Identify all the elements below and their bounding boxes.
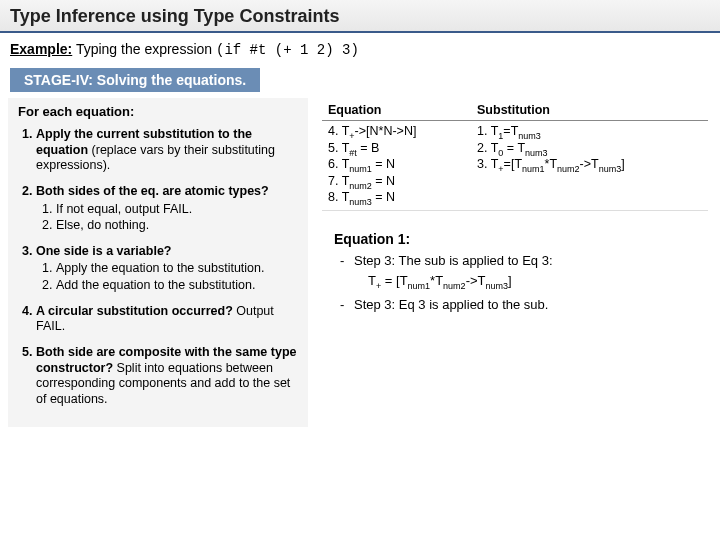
eq-line: -Step 3: The sub is applied to Eq 3:: [340, 253, 708, 270]
step-2: Both sides of the eq. are atomic types? …: [36, 184, 298, 234]
th-equation: Equation: [322, 100, 471, 121]
equation-block: -Step 3: The sub is applied to Eq 3: T+ …: [322, 253, 708, 314]
equation-block-title: Equation 1:: [334, 231, 708, 247]
th-substitution: Substitution: [471, 100, 708, 121]
table-row: 4. T+->[N*N->N] 5. T#t = B 6. Tnum1 = N …: [322, 121, 708, 211]
eq-cell: 7. Tnum2 = N: [328, 174, 465, 191]
sub-cell: 2. T0 = Tnum3: [477, 141, 702, 158]
step-2a: If not equal, output FAIL.: [56, 202, 298, 218]
step-2b: Else, do nothing.: [56, 218, 298, 234]
sub-cell: 1. T1=Tnum3: [477, 124, 702, 141]
step-5: Both side are composite with the same ty…: [36, 345, 298, 408]
page-title: Type Inference using Type Constraints: [10, 6, 710, 27]
right-panel: Equation Substitution 4. T+->[N*N->N] 5.…: [318, 98, 712, 427]
example-row: Example: Typing the expression (if #t (+…: [0, 33, 720, 64]
example-label: Example:: [10, 41, 72, 57]
eq-sub-table: Equation Substitution 4. T+->[N*N->N] 5.…: [322, 100, 708, 211]
example-code: (if #t (+ 1 2) 3): [216, 42, 359, 58]
eq-cell: 6. Tnum1 = N: [328, 157, 465, 174]
eq-expr: T+ = [Tnum1*Tnum2->Tnum3]: [340, 273, 708, 292]
step-4: A circular substitution occurred? Output…: [36, 304, 298, 335]
step-1: Apply the current substitution to the eq…: [36, 127, 298, 174]
step-3a: Apply the equation to the substitution.: [56, 261, 298, 277]
step-3b: Add the equation to the substitution.: [56, 278, 298, 294]
example-text: Typing the expression: [76, 41, 216, 57]
sub-cell: 3. T+=[Tnum1*Tnum2->Tnum3]: [477, 157, 702, 174]
step-3: One side is a variable? Apply the equati…: [36, 244, 298, 294]
eq-cell: 5. T#t = B: [328, 141, 465, 158]
algorithm-panel: For each equation: Apply the current sub…: [8, 98, 308, 427]
eq-cell: 8. Tnum3 = N: [328, 190, 465, 207]
left-heading: For each equation:: [18, 104, 298, 119]
stage-label: STAGE-IV: Solving the equations.: [10, 68, 260, 92]
eq-cell: 4. T+->[N*N->N]: [328, 124, 465, 141]
title-bar: Type Inference using Type Constraints: [0, 0, 720, 33]
content-area: For each equation: Apply the current sub…: [0, 98, 720, 427]
eq-line: -Step 3: Eq 3 is applied to the sub.: [340, 297, 708, 314]
